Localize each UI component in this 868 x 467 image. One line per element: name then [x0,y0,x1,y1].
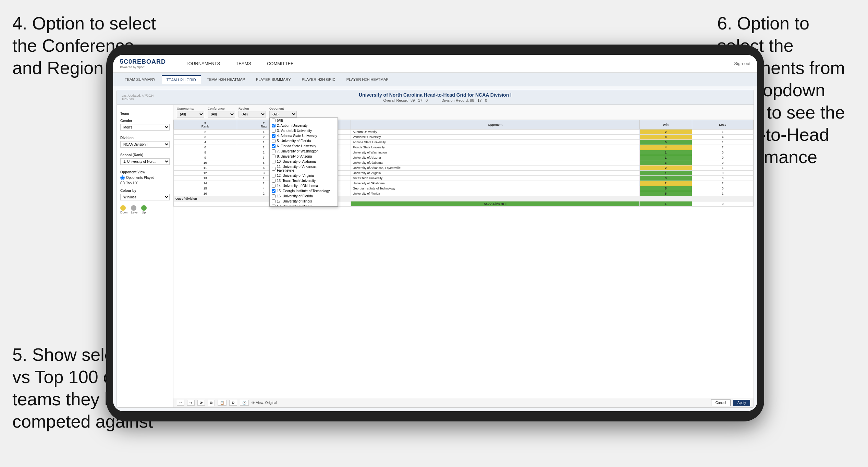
opponent-filter-select[interactable]: (All) [269,111,297,118]
dd-item-4[interactable]: 4. Arizona State University [270,133,338,138]
table-row: 14 2 University of Oklahoma 2 2 [174,181,754,186]
dd-item-2[interactable]: 2. Auburn University [270,123,338,128]
cell-loss: 0 [692,150,753,155]
cell-opponent: Texas Tech University [351,176,639,181]
cell-rank: 10 [174,160,237,165]
radio-opponents-played[interactable]: Opponents Played [120,175,170,180]
conference-filter-select[interactable]: (All) [208,111,235,118]
clock-button[interactable]: 🕐 [240,400,249,406]
colour-select[interactable]: Win/loss [120,194,170,200]
gender-select[interactable]: Men's [120,124,170,131]
tab-team-h2h-heatmap[interactable]: TEAM H2H HEATMAP [202,75,250,84]
cell-rank: 13 [174,176,237,181]
tab-player-h2h-heatmap[interactable]: PLAYER H2H HEATMAP [342,75,393,84]
panel-toolbar: ↩ ↪ ⟳ ⧉ 📋 ⚙ 🕐 👁 View: Original Cancel Ap… [173,398,754,407]
cell-loss: 0 [692,171,753,176]
copy-button[interactable]: ⧉ [208,400,215,406]
opponent-dropdown-open[interactable]: (All) 2. Auburn University 3. Vanderbilt… [269,118,338,207]
school-select[interactable]: 1. University of Nort... [120,158,170,165]
redo-button[interactable]: ↪ [187,400,195,406]
logo-area: 5C0REBOARD Powered by Sport [120,58,166,69]
opponents-filter-select[interactable]: (All) [177,111,204,118]
cell-win: 1 [639,171,692,176]
table-row: 3 2 Vanderbilt University 0 4 [174,135,754,140]
cell-loss: 0 [692,201,753,207]
settings-button[interactable]: ⚙ [229,400,237,406]
dd-item-6[interactable]: 6. Florida State University [270,144,338,149]
panel: Last Updated: 4/7/2024 16:55:38 Universi… [117,90,754,408]
cell-ncaa: NCAA Division II [351,201,639,207]
cell-opponent: Georgia Institute of Technology [351,186,639,191]
opponent-view-label: Opponent View [120,170,170,174]
dd-item-8[interactable]: 8. University of Arizona [270,154,338,159]
conference-filter-label: Conference [208,107,235,110]
col-loss: Loss [692,120,753,130]
dd-item-18[interactable]: 18. University of Illinois [270,204,338,207]
division-select[interactable]: NCAA Division I [120,141,170,148]
cell-win: 3 [639,176,692,181]
nav-tournaments[interactable]: TOURNAMENTS [183,60,223,67]
paste-button[interactable]: 📋 [218,400,227,406]
cell-loss: 0 [692,155,753,160]
cell-rank: 4 [174,140,237,145]
nav-signout[interactable]: Sign out [734,61,750,66]
dd-item-12[interactable]: 12. University of Virginia [270,173,338,178]
radio-top100[interactable]: Top 100 [120,181,170,185]
cell-win: 3 [639,160,692,165]
dd-item-16[interactable]: 16. University of Florida [270,194,338,199]
dd-item-7[interactable]: 7. University of Washington [270,149,338,154]
dd-item-all[interactable]: (All) [270,118,338,123]
undo-button[interactable]: ↩ [177,400,184,406]
table-row: 13 1 Texas Tech University 3 0 [174,176,754,181]
cell-rank: 14 [174,181,237,186]
cell-loss: 1 [692,140,753,145]
color-up [141,205,147,211]
cell-win: 2 [639,165,692,171]
dd-item-13[interactable]: 13. Texas Tech University [270,178,338,183]
apply-button[interactable]: Apply [733,400,750,406]
region-filter-select[interactable]: (All) [239,111,266,118]
cell-rank: 6 [174,145,237,150]
cell-win: 0 [639,135,692,140]
cell-win: 5 [639,191,692,196]
tablet-frame: 5C0REBOARD Powered by Sport TOURNAMENTS … [106,45,764,421]
secondary-nav: TEAM SUMMARY TEAM H2H GRID TEAM H2H HEAT… [113,73,757,86]
color-level-label: Level [131,211,138,214]
cell-loss: 2 [692,181,753,186]
cell-loss: 4 [692,135,753,140]
tab-team-summary[interactable]: TEAM SUMMARY [120,75,160,84]
color-down-label: Down [120,211,128,214]
division-label: Division [120,136,170,140]
panel-right: Opponents: (All) Conference (All) [173,105,754,407]
table-row: 8 2 University of Washington 1 0 [174,150,754,155]
nav-teams[interactable]: TEAMS [233,60,254,67]
cell-opponent: University of Oklahoma [351,181,639,186]
nav-committee[interactable]: COMMITTEE [264,60,296,67]
view-label: 👁 View: Original [252,401,277,405]
dd-item-10[interactable]: 10. University of Alabama [270,159,338,164]
dd-item-3[interactable]: 3. Vanderbilt University [270,128,338,133]
tab-player-summary[interactable]: PLAYER SUMMARY [251,75,296,84]
cancel-button[interactable]: Cancel [711,400,731,406]
reset-button[interactable]: ⟳ [197,400,205,406]
school-label: School (Rank) [120,153,170,157]
cell-loss: 1 [692,191,753,196]
dd-item-11[interactable]: 11. University of Arkansas, Fayetteville [270,164,338,173]
cell-opponent: University of Washington [351,150,639,155]
color-down [120,205,126,211]
cell-loss: 2 [692,145,753,150]
table-row: 15 4 Georgia Institute of Technology 5 0 [174,186,754,191]
cell-loss: 1 [692,130,753,135]
cell-loss: 1 [692,165,753,171]
dd-item-14[interactable]: 14. University of Oklahoma [270,183,338,188]
out-division-label: Out of division [174,196,754,201]
cell-win: 1 [639,150,692,155]
tab-team-h2h-grid[interactable]: TEAM H2H GRID [162,75,201,84]
cell-opponent: Vanderbilt University [351,135,639,140]
dd-item-5[interactable]: 5. University of Florida [270,138,338,144]
dd-item-15[interactable]: 15. Georgia Institute of Technology [270,188,338,194]
cell-opponent: University of Arizona [351,155,639,160]
dd-item-17[interactable]: 17. University of Illinois [270,199,338,204]
tab-player-h2h-grid[interactable]: PLAYER H2H GRID [297,75,340,84]
cell-win: 2 [639,181,692,186]
